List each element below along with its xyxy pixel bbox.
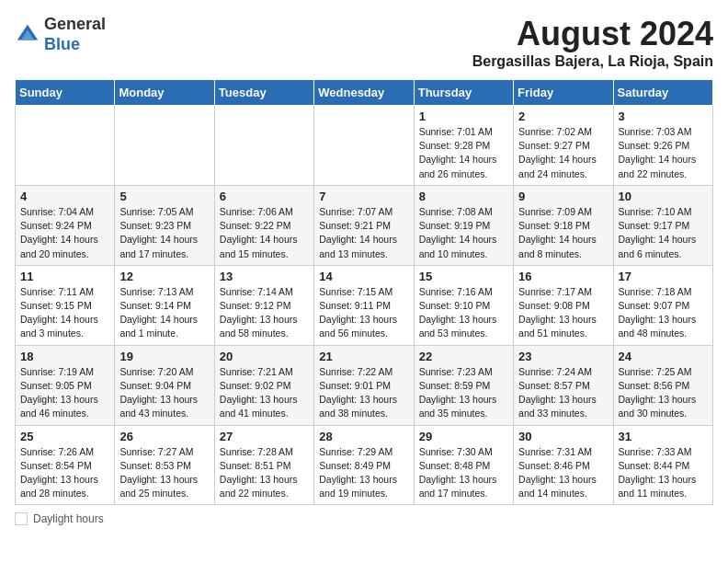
day-info: Sunrise: 7:33 AM Sunset: 8:44 PM Dayligh…	[619, 445, 708, 501]
day-number: 24	[619, 350, 708, 363]
header-cell-wednesday: Wednesday	[314, 80, 414, 106]
day-cell: 31Sunrise: 7:33 AM Sunset: 8:44 PM Dayli…	[613, 425, 712, 505]
day-number: 22	[419, 350, 508, 363]
day-info: Sunrise: 7:25 AM Sunset: 8:56 PM Dayligh…	[619, 365, 708, 421]
day-info: Sunrise: 7:18 AM Sunset: 9:07 PM Dayligh…	[619, 285, 708, 341]
header-cell-thursday: Thursday	[414, 80, 513, 106]
day-cell: 17Sunrise: 7:18 AM Sunset: 9:07 PM Dayli…	[613, 265, 712, 345]
day-info: Sunrise: 7:15 AM Sunset: 9:11 PM Dayligh…	[319, 285, 408, 341]
day-cell: 11Sunrise: 7:11 AM Sunset: 9:15 PM Dayli…	[16, 265, 115, 345]
day-info: Sunrise: 7:02 AM Sunset: 9:27 PM Dayligh…	[518, 125, 608, 181]
day-info: Sunrise: 7:13 AM Sunset: 9:14 PM Dayligh…	[119, 285, 209, 341]
day-number: 9	[518, 190, 608, 203]
day-cell: 20Sunrise: 7:21 AM Sunset: 9:02 PM Dayli…	[214, 345, 313, 425]
day-number: 3	[619, 109, 708, 123]
day-info: Sunrise: 7:26 AM Sunset: 8:54 PM Dayligh…	[20, 445, 109, 501]
day-info: Sunrise: 7:24 AM Sunset: 8:57 PM Dayligh…	[518, 365, 608, 421]
week-row-3: 18Sunrise: 7:19 AM Sunset: 9:05 PM Dayli…	[16, 345, 713, 425]
day-info: Sunrise: 7:23 AM Sunset: 8:59 PM Dayligh…	[419, 365, 508, 421]
day-cell: 14Sunrise: 7:15 AM Sunset: 9:11 PM Dayli…	[314, 265, 414, 345]
week-row-4: 25Sunrise: 7:26 AM Sunset: 8:54 PM Dayli…	[16, 425, 713, 505]
day-number: 19	[119, 350, 209, 363]
day-number: 10	[619, 190, 708, 203]
day-cell: 16Sunrise: 7:17 AM Sunset: 9:08 PM Dayli…	[514, 265, 613, 345]
day-number: 23	[518, 350, 608, 363]
week-row-2: 11Sunrise: 7:11 AM Sunset: 9:15 PM Dayli…	[16, 265, 713, 345]
day-cell: 5Sunrise: 7:05 AM Sunset: 9:23 PM Daylig…	[115, 185, 214, 265]
logo: General Blue	[15, 15, 106, 54]
day-info: Sunrise: 7:19 AM Sunset: 9:05 PM Dayligh…	[20, 365, 109, 421]
day-number: 21	[319, 350, 408, 363]
day-number: 7	[319, 190, 408, 203]
day-info: Sunrise: 7:09 AM Sunset: 9:18 PM Dayligh…	[518, 205, 608, 261]
daylight-box-icon	[15, 512, 28, 525]
day-info: Sunrise: 7:07 AM Sunset: 9:21 PM Dayligh…	[319, 205, 408, 261]
day-number: 2	[518, 109, 608, 123]
day-cell: 26Sunrise: 7:27 AM Sunset: 8:53 PM Dayli…	[115, 425, 214, 505]
day-number: 1	[419, 109, 508, 123]
footer-note: Daylight hours	[15, 512, 713, 525]
day-cell: 23Sunrise: 7:24 AM Sunset: 8:57 PM Dayli…	[514, 345, 613, 425]
day-cell: 29Sunrise: 7:30 AM Sunset: 8:48 PM Dayli…	[414, 425, 513, 505]
day-info: Sunrise: 7:21 AM Sunset: 9:02 PM Dayligh…	[220, 365, 309, 421]
month-year-title: August 2024	[472, 15, 713, 53]
day-cell: 2Sunrise: 7:02 AM Sunset: 9:27 PM Daylig…	[514, 106, 613, 186]
day-cell: 7Sunrise: 7:07 AM Sunset: 9:21 PM Daylig…	[314, 185, 414, 265]
day-cell: 6Sunrise: 7:06 AM Sunset: 9:22 PM Daylig…	[214, 185, 313, 265]
day-info: Sunrise: 7:10 AM Sunset: 9:17 PM Dayligh…	[619, 205, 708, 261]
logo-general: General	[44, 15, 106, 33]
day-number: 20	[220, 350, 309, 363]
week-row-1: 4Sunrise: 7:04 AM Sunset: 9:24 PM Daylig…	[16, 185, 713, 265]
day-info: Sunrise: 7:06 AM Sunset: 9:22 PM Dayligh…	[220, 205, 309, 261]
day-info: Sunrise: 7:11 AM Sunset: 9:15 PM Dayligh…	[20, 285, 109, 341]
day-number: 5	[119, 190, 209, 203]
day-cell: 10Sunrise: 7:10 AM Sunset: 9:17 PM Dayli…	[613, 185, 712, 265]
daylight-label: Daylight hours	[33, 512, 104, 525]
day-number: 31	[619, 430, 708, 443]
day-number: 4	[20, 190, 109, 203]
day-number: 11	[20, 270, 109, 283]
day-info: Sunrise: 7:05 AM Sunset: 9:23 PM Dayligh…	[119, 205, 209, 261]
page-header: General Blue August 2024 Bergasillas Baj…	[15, 15, 713, 70]
day-info: Sunrise: 7:27 AM Sunset: 8:53 PM Dayligh…	[119, 445, 209, 501]
day-cell	[115, 106, 214, 186]
day-cell: 24Sunrise: 7:25 AM Sunset: 8:56 PM Dayli…	[613, 345, 712, 425]
header-cell-monday: Monday	[115, 80, 214, 106]
day-number: 12	[119, 270, 209, 283]
day-cell: 4Sunrise: 7:04 AM Sunset: 9:24 PM Daylig…	[16, 185, 115, 265]
day-number: 26	[119, 430, 209, 443]
location-subtitle: Bergasillas Bajera, La Rioja, Spain	[472, 53, 713, 70]
logo-icon	[15, 22, 40, 48]
day-cell	[16, 106, 115, 186]
day-cell: 9Sunrise: 7:09 AM Sunset: 9:18 PM Daylig…	[514, 185, 613, 265]
day-number: 16	[518, 270, 608, 283]
header-cell-saturday: Saturday	[613, 80, 712, 106]
day-cell: 1Sunrise: 7:01 AM Sunset: 9:28 PM Daylig…	[414, 106, 513, 186]
day-number: 18	[20, 350, 109, 363]
header-cell-friday: Friday	[514, 80, 613, 106]
day-number: 25	[20, 430, 109, 443]
day-number: 30	[518, 430, 608, 443]
day-number: 29	[419, 430, 508, 443]
day-cell: 21Sunrise: 7:22 AM Sunset: 9:01 PM Dayli…	[314, 345, 414, 425]
day-info: Sunrise: 7:01 AM Sunset: 9:28 PM Dayligh…	[419, 125, 508, 181]
day-cell: 30Sunrise: 7:31 AM Sunset: 8:46 PM Dayli…	[514, 425, 613, 505]
day-cell: 13Sunrise: 7:14 AM Sunset: 9:12 PM Dayli…	[214, 265, 313, 345]
logo-blue: Blue	[44, 35, 80, 53]
calendar-header: SundayMondayTuesdayWednesdayThursdayFrid…	[16, 80, 713, 106]
day-cell	[314, 106, 414, 186]
day-info: Sunrise: 7:16 AM Sunset: 9:10 PM Dayligh…	[419, 285, 508, 341]
day-cell: 18Sunrise: 7:19 AM Sunset: 9:05 PM Dayli…	[16, 345, 115, 425]
day-cell: 3Sunrise: 7:03 AM Sunset: 9:26 PM Daylig…	[613, 106, 712, 186]
title-block: August 2024 Bergasillas Bajera, La Rioja…	[472, 15, 713, 70]
header-cell-sunday: Sunday	[16, 80, 115, 106]
day-cell	[214, 106, 313, 186]
day-cell: 19Sunrise: 7:20 AM Sunset: 9:04 PM Dayli…	[115, 345, 214, 425]
week-row-0: 1Sunrise: 7:01 AM Sunset: 9:28 PM Daylig…	[16, 106, 713, 186]
day-number: 13	[220, 270, 309, 283]
header-cell-tuesday: Tuesday	[214, 80, 313, 106]
header-row: SundayMondayTuesdayWednesdayThursdayFrid…	[16, 80, 713, 106]
day-cell: 8Sunrise: 7:08 AM Sunset: 9:19 PM Daylig…	[414, 185, 513, 265]
day-number: 17	[619, 270, 708, 283]
day-info: Sunrise: 7:22 AM Sunset: 9:01 PM Dayligh…	[319, 365, 408, 421]
